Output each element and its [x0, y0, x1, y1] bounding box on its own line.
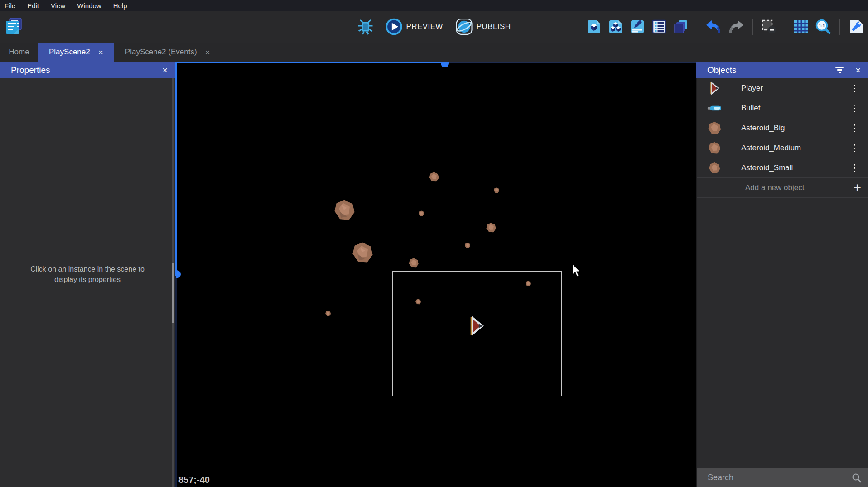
scene-properties-icon[interactable]	[848, 19, 863, 34]
asteroid-big-instance[interactable]	[333, 199, 355, 223]
clear-selection-icon[interactable]	[761, 19, 776, 34]
toolbar-separator	[752, 19, 753, 35]
mouse-cursor	[572, 264, 582, 279]
canvas-hscrollbar-thumb[interactable]	[175, 62, 445, 63]
properties-panel-header: Properties ×	[0, 62, 175, 78]
edit-scene-icon[interactable]	[630, 19, 645, 34]
gdevelop-logo-icon[interactable]	[5, 17, 23, 35]
open-objects-editor-icon[interactable]	[586, 19, 602, 34]
menu-edit[interactable]: Edit	[27, 2, 39, 10]
object-label: Bullet	[741, 104, 847, 113]
asteroid-small-instance[interactable]	[325, 310, 331, 318]
tab-playscene2-events[interactable]: PlayScene2 (Events) ×	[114, 43, 221, 62]
menu-window[interactable]: Window	[77, 2, 101, 10]
add-object-label: Add a new object	[745, 183, 853, 192]
redo-icon[interactable]	[728, 19, 744, 34]
object-row-asteroid-small[interactable]: Asteroid_Small ⋮	[697, 158, 868, 178]
properties-panel-title: Properties	[11, 65, 162, 75]
object-menu-button[interactable]: ⋮	[847, 103, 862, 114]
grid-icon[interactable]	[793, 19, 809, 34]
preview-play-icon	[386, 18, 403, 35]
scene-canvas[interactable]: 857;-40	[175, 62, 696, 487]
asteroid-small-instance[interactable]	[494, 187, 500, 195]
tab-playscene2-label: PlayScene2	[49, 48, 90, 57]
object-label: Player	[741, 84, 847, 93]
object-label: Asteroid_Medium	[741, 143, 847, 153]
preview-label: PREVIEW	[406, 22, 443, 31]
asteroid-icon	[707, 120, 722, 136]
objects-panel: Player ⋮ Bullet ⋮ Asteroid_Big ⋮	[696, 62, 868, 487]
objects-searchbar	[697, 468, 868, 487]
asteroid-small-instance[interactable]	[526, 280, 531, 288]
object-row-asteroid-medium[interactable]: Asteroid_Medium ⋮	[697, 138, 868, 158]
asteroid-medium-instance[interactable]	[409, 258, 419, 270]
properties-scrollbar-track[interactable]	[172, 62, 174, 487]
layers-icon[interactable]	[673, 19, 689, 34]
debug-icon[interactable]	[357, 19, 374, 35]
player-instance[interactable]	[468, 315, 485, 338]
asteroid-icon	[707, 140, 722, 156]
bullet-icon	[707, 100, 722, 116]
instances-list-icon[interactable]	[651, 19, 667, 34]
asteroid-medium-instance[interactable]	[486, 223, 497, 235]
asteroid-icon	[707, 160, 722, 176]
objects-panel-title: Objects	[707, 65, 835, 75]
asteroid-small-instance[interactable]	[465, 242, 471, 250]
filter-icon[interactable]	[835, 67, 844, 73]
plus-icon[interactable]: +	[853, 181, 861, 195]
object-menu-button[interactable]: ⋮	[847, 83, 862, 94]
canvas-hscrollbar-handle[interactable]	[441, 62, 449, 67]
cursor-scene-coordinates: 857;-40	[178, 475, 210, 485]
menu-file[interactable]: File	[5, 2, 15, 10]
properties-empty-message: Click on an instance in the scene to dis…	[26, 264, 149, 285]
tab-playscene2[interactable]: PlayScene2 ×	[38, 43, 114, 62]
asteroid-small-instance[interactable]	[415, 298, 421, 306]
properties-scrollbar-thumb[interactable]	[172, 263, 174, 323]
add-object-row[interactable]: Add a new object +	[697, 178, 868, 198]
close-objects-icon[interactable]: ×	[855, 66, 861, 75]
zoom-1-1-icon[interactable]: 1:1	[815, 19, 831, 35]
objects-panel-header: Objects ×	[696, 62, 868, 78]
object-row-bullet[interactable]: Bullet ⋮	[697, 98, 868, 118]
object-label: Asteroid_Small	[741, 163, 847, 172]
object-row-asteroid-big[interactable]: Asteroid_Big ⋮	[697, 118, 868, 138]
undo-icon[interactable]	[705, 19, 722, 34]
close-tab-icon[interactable]: ×	[98, 48, 103, 57]
search-icon[interactable]	[851, 473, 862, 483]
tab-home[interactable]: Home	[0, 43, 38, 62]
publish-label: PUBLISH	[477, 22, 511, 31]
object-label: Asteroid_Big	[741, 124, 847, 133]
publish-button[interactable]: PUBLISH	[456, 18, 511, 35]
object-menu-button[interactable]: ⋮	[847, 162, 862, 173]
asteroid-small-instance[interactable]	[419, 210, 424, 218]
open-object-groups-icon[interactable]	[608, 19, 623, 34]
menu-help[interactable]: Help	[113, 2, 127, 10]
canvas-vscrollbar-handle[interactable]	[176, 270, 181, 278]
svg-text:1:1: 1:1	[819, 23, 825, 28]
properties-panel: Click on an instance in the scene to dis…	[0, 62, 175, 487]
toolbar-separator	[697, 19, 697, 35]
preview-button[interactable]: PREVIEW	[386, 18, 443, 35]
tabbar: Home PlayScene2 × PlayScene2 (Events) ×	[0, 43, 868, 62]
object-menu-button[interactable]: ⋮	[847, 143, 862, 153]
toolbar: PREVIEW PUBLISH	[0, 11, 868, 43]
object-menu-button[interactable]: ⋮	[847, 123, 862, 134]
close-properties-icon[interactable]: ×	[162, 66, 168, 75]
asteroid-medium-instance[interactable]	[429, 172, 439, 184]
player-ship-icon	[707, 81, 722, 96]
canvas-vscrollbar-thumb[interactable]	[175, 62, 177, 276]
toolbar-separator	[785, 19, 785, 35]
menu-view[interactable]: View	[51, 2, 65, 10]
tab-home-label: Home	[9, 48, 29, 57]
object-row-player[interactable]: Player ⋮	[697, 78, 868, 98]
publish-globe-icon	[456, 18, 473, 35]
search-input[interactable]	[708, 473, 851, 482]
close-tab-icon[interactable]: ×	[205, 48, 210, 57]
menubar: File Edit View Window Help	[0, 0, 868, 11]
asteroid-big-instance[interactable]	[352, 242, 373, 265]
tab-playscene2-events-label: PlayScene2 (Events)	[125, 48, 197, 57]
toolbar-separator	[839, 19, 840, 35]
